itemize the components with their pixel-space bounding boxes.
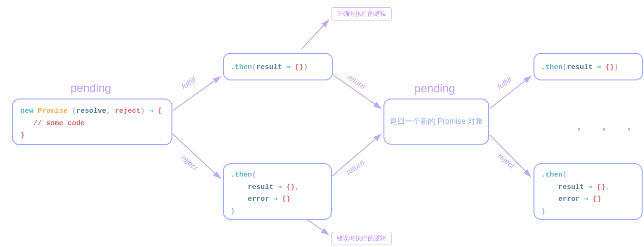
box-then-result-error-2: .then( result ⇒ {}, error ⇒ {} ) [533,163,643,220]
label-return-2: return [345,158,366,177]
box-then-result-1: .then(result ⇒ {}) [223,53,333,80]
label-return-1: return [346,73,367,91]
pending-title-1: pending [70,81,111,95]
code-then-result-1: .then(result ⇒ {}) [231,61,325,74]
svg-line-1 [173,134,221,178]
label-reject-2: reject [496,152,516,170]
pending-title-2: pending [414,82,455,95]
box-return-promise: 返回一个新的 Promise 对象 [383,99,489,145]
ellipsis: . . . [575,119,637,135]
box-error-logic: 错误时执行的逻辑 [332,232,392,245]
box-then-result-2: .then(result ⇒ {}) [533,53,643,80]
svg-line-7 [490,135,531,177]
code-new-promise: new Promise (resolve, reject) ⇒ { // som… [20,105,164,142]
code-then-result-error-2: .then( result ⇒ {}, error ⇒ {} ) [541,169,635,217]
label-reject-1: reject [180,153,199,172]
svg-line-2 [302,20,329,49]
box-new-promise: new Promise (resolve, reject) ⇒ { // som… [12,99,172,145]
code-then-result-2: .then(result ⇒ {}) [541,61,635,74]
box-correct-logic: 正确时执行的逻辑 [332,7,392,20]
text-return-promise: 返回一个新的 Promise 对象 [384,99,488,144]
box-then-result-error-1: .then( result ⇒ {}, error ⇒ {} ) [223,163,332,220]
label-fulfill-1: fulfill [180,76,198,91]
label-fulfill-2: fulfill [496,76,513,91]
code-then-result-error-1: .then( result ⇒ {}, error ⇒ {} ) [231,169,324,217]
